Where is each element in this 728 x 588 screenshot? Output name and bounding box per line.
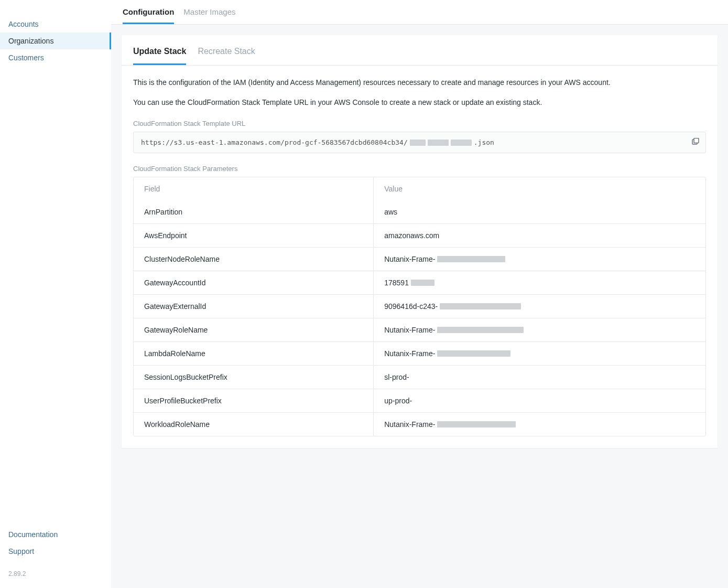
param-value: up-prod- <box>374 389 705 412</box>
table-row: GatewayExternalId9096416d-c243- <box>134 294 705 318</box>
svg-rect-1 <box>694 138 699 143</box>
app-version: 2.89.2 <box>0 570 111 588</box>
redacted-segment <box>440 303 521 309</box>
redacted-segment <box>437 350 510 357</box>
tab-configuration[interactable]: Configuration <box>123 0 174 24</box>
params-table: Field Value ArnPartitionawsAwsEndpointam… <box>133 177 706 436</box>
param-value: Nutanix-Frame- <box>374 413 705 436</box>
param-value-text: Nutanix-Frame- <box>384 349 435 358</box>
param-value-text: 178591 <box>384 279 409 287</box>
param-value-text: sl-prod- <box>384 373 409 381</box>
sidebar-item-documentation[interactable]: Documentation <box>8 526 103 543</box>
param-value-text: Nutanix-Frame- <box>384 326 435 334</box>
param-value: Nutanix-Frame- <box>374 318 705 341</box>
param-field: UserProfileBucketPrefix <box>134 389 374 412</box>
redacted-segment <box>437 327 524 333</box>
param-value: amazonaws.com <box>374 224 705 247</box>
config-card: Update Stack Recreate Stack This is the … <box>122 35 718 448</box>
redacted-segment <box>411 280 434 286</box>
param-field: GatewayExternalId <box>134 295 374 318</box>
params-header-row: Field Value <box>134 177 705 200</box>
param-field: AwsEndpoint <box>134 224 374 247</box>
params-header-value: Value <box>374 177 705 200</box>
top-tabs: Configuration Master Images <box>111 0 728 25</box>
redacted-segment <box>437 421 516 427</box>
param-value-text: up-prod- <box>384 397 412 405</box>
main: Configuration Master Images Update Stack… <box>111 0 728 588</box>
card-tabs: Update Stack Recreate Stack <box>122 35 718 66</box>
description-line-2: You can use the CloudFormation Stack Tem… <box>133 97 706 109</box>
table-row: AwsEndpointamazonaws.com <box>134 223 705 247</box>
table-row: WorkloadRoleNameNutanix-Frame- <box>134 412 705 436</box>
tab-master-images[interactable]: Master Images <box>183 0 235 24</box>
tab-recreate-stack[interactable]: Recreate Stack <box>198 35 255 65</box>
sidebar-item-customers[interactable]: Customers <box>0 49 111 66</box>
param-value: Nutanix-Frame- <box>374 342 705 365</box>
param-field: GatewayRoleName <box>134 318 374 341</box>
table-row: ClusterNodeRoleNameNutanix-Frame- <box>134 247 705 271</box>
param-value-text: aws <box>384 208 397 216</box>
param-field: GatewayAccountId <box>134 271 374 294</box>
url-section-label: CloudFormation Stack Template URL <box>133 120 706 127</box>
param-value: sl-prod- <box>374 366 705 389</box>
param-value: 178591 <box>374 271 705 294</box>
param-value-text: Nutanix-Frame- <box>384 255 435 263</box>
param-value-text: Nutanix-Frame- <box>384 420 435 429</box>
redacted-segment <box>437 256 505 262</box>
description-line-1: This is the configuration of the IAM (Id… <box>133 77 706 89</box>
params-section-label: CloudFormation Stack Parameters <box>133 165 706 173</box>
sidebar: Accounts Organizations Customers Documen… <box>0 0 111 588</box>
redacted-segment <box>410 140 426 146</box>
template-url-prefix: https://s3.us-east-1.amazonaws.com/prod-… <box>141 138 408 146</box>
sidebar-item-organizations[interactable]: Organizations <box>0 33 111 49</box>
param-value-text: amazonaws.com <box>384 231 439 240</box>
param-field: SessionLogsBucketPrefix <box>134 366 374 389</box>
table-row: GatewayAccountId178591 <box>134 271 705 294</box>
redacted-segment <box>451 140 472 146</box>
table-row: LambdaRoleNameNutanix-Frame- <box>134 341 705 365</box>
table-row: SessionLogsBucketPrefixsl-prod- <box>134 365 705 389</box>
sidebar-item-support[interactable]: Support <box>8 543 103 560</box>
table-row: GatewayRoleNameNutanix-Frame- <box>134 318 705 341</box>
param-value: Nutanix-Frame- <box>374 248 705 271</box>
tab-update-stack[interactable]: Update Stack <box>133 35 186 65</box>
table-row: UserProfileBucketPrefixup-prod- <box>134 389 705 412</box>
param-field: LambdaRoleName <box>134 342 374 365</box>
param-field: ClusterNodeRoleName <box>134 248 374 271</box>
params-header-field: Field <box>134 177 374 200</box>
param-field: WorkloadRoleName <box>134 413 374 436</box>
copy-icon[interactable] <box>691 138 700 147</box>
param-value-text: 9096416d-c243- <box>384 302 438 311</box>
table-row: ArnPartitionaws <box>134 200 705 223</box>
sidebar-item-accounts[interactable]: Accounts <box>0 16 111 33</box>
param-field: ArnPartition <box>134 200 374 223</box>
param-value: 9096416d-c243- <box>374 295 705 318</box>
template-url-box: https://s3.us-east-1.amazonaws.com/prod-… <box>133 132 706 153</box>
content-area: Update Stack Recreate Stack This is the … <box>111 25 728 588</box>
card-body: This is the configuration of the IAM (Id… <box>122 66 718 448</box>
template-url-suffix: .json <box>474 138 494 146</box>
param-value: aws <box>374 200 705 223</box>
redacted-segment <box>428 140 449 146</box>
sidebar-main-nav: Accounts Organizations Customers <box>0 16 111 522</box>
sidebar-footer: Documentation Support <box>0 522 111 570</box>
